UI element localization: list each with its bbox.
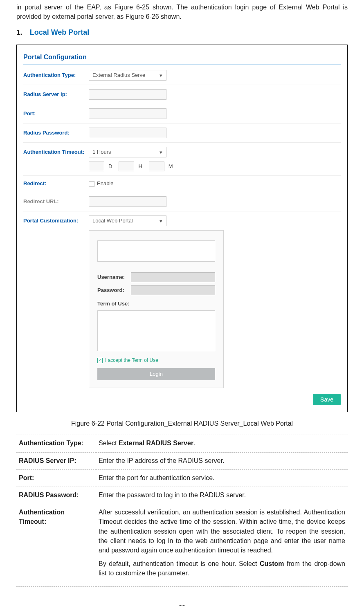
port-input[interactable] [89,108,166,119]
login-preview: Username: Password: Term of Use: ✓ I acc… [89,230,224,388]
preview-username-input[interactable] [131,272,215,282]
minutes-input[interactable] [149,162,164,171]
field-value: Enter the password to log in to the RADI… [96,487,348,504]
portal-cust-value: Local Web Portal [92,217,133,225]
auth-type-value: External Radius Serve [92,72,145,79]
field-key: Authentication Timeout: [16,504,96,586]
portal-config-panel: Portal Configuration Authentication Type… [16,45,348,412]
h-label: H [138,163,142,171]
auth-type-label: Authentication Type: [23,72,89,79]
days-input[interactable] [89,162,104,171]
preview-username-label: Username: [97,274,131,281]
auth-timeout-label: Authentication Timeout: [23,148,89,156]
section-title: Local Web Portal [30,28,90,36]
radius-ip-label: Radius Server Ip: [23,91,89,99]
d-label: D [108,163,112,171]
table-row: RADIUS Password:Enter the password to lo… [16,487,348,504]
chevron-down-icon: ▾ [157,218,164,225]
auth-timeout-select[interactable]: 1 Hours ▾ [89,147,166,157]
radius-pwd-input[interactable] [89,128,166,138]
auth-type-select[interactable]: External Radius Serve ▾ [89,70,166,81]
field-value: Enter the IP address of the RADIUS serve… [96,452,348,469]
section-heading: 1. Local Web Portal [16,27,348,38]
field-key: RADIUS Server IP: [16,452,96,469]
field-value: Enter the port for authentication servic… [96,469,348,487]
portal-cust-select[interactable]: Local Web Portal ▾ [89,215,166,226]
radius-ip-input[interactable] [89,89,166,100]
preview-password-label: Password: [97,287,131,294]
preview-terms-box [97,310,215,351]
table-row: Port:Enter the port for authentication s… [16,469,348,487]
redirect-enable-text: Enable [97,180,113,188]
dhm-inputs: D H M [89,162,177,171]
preview-banner [97,240,215,262]
preview-password-input[interactable] [131,285,215,295]
preview-login-button[interactable]: Login [97,368,215,380]
field-key: RADIUS Password: [16,487,96,504]
preview-accept-checkbox[interactable]: ✓ [97,358,103,363]
preview-terms-label: Term of Use: [97,300,215,308]
redirect-url-label: Redirect URL: [23,198,89,206]
save-button[interactable]: Save [313,394,341,405]
section-number: 1. [16,29,22,36]
page-number: 32 [16,603,348,606]
chevron-down-icon: ▾ [157,72,164,79]
table-row: Authentication Type:Select External RADI… [16,435,348,452]
portal-cust-label: Portal Customization: [23,217,89,225]
preview-accept-text: I accept the Term of Use [105,357,158,364]
redirect-checkbox[interactable] [89,181,94,187]
table-row: RADIUS Server IP:Enter the IP address of… [16,452,348,469]
radius-pwd-label: Radius Password: [23,129,89,137]
divider [23,64,341,65]
field-description-table: Authentication Type:Select External RADI… [16,435,348,586]
m-label: M [169,163,173,171]
field-value: After successful verification, an authen… [96,504,348,586]
field-key: Authentication Type: [16,435,96,452]
hours-input[interactable] [119,162,134,171]
figure-caption: Figure 6-22 Portal Configuration_Externa… [16,419,348,428]
panel-title: Portal Configuration [23,52,341,62]
port-label: Port: [23,110,89,118]
field-key: Port: [16,469,96,487]
auth-timeout-value: 1 Hours [92,148,111,156]
table-row: Authentication Timeout:After successful … [16,504,348,586]
chevron-down-icon: ▾ [157,149,164,156]
redirect-url-input[interactable] [89,196,166,207]
intro-text: in portal server of the EAP, as Figure 6… [16,2,348,21]
field-value: Select External RADIUS Server. [96,435,348,452]
redirect-label: Redirect: [23,180,89,188]
